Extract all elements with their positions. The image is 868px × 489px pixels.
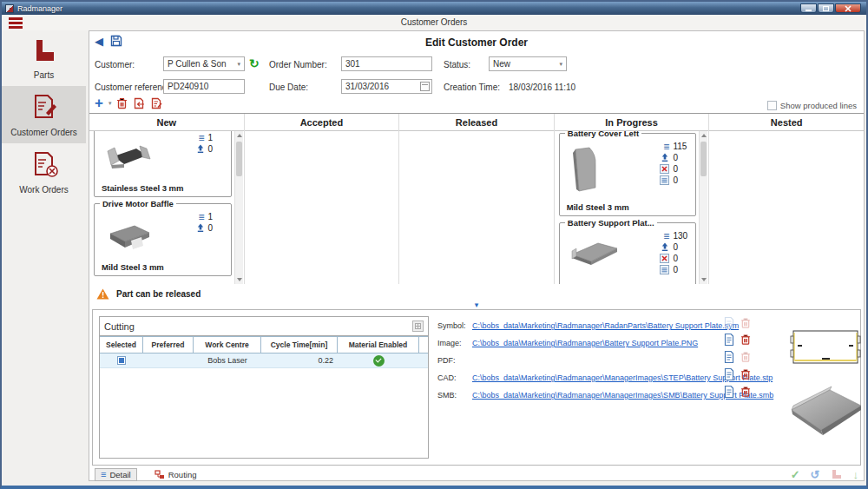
- board-column-released: Released: [399, 114, 555, 284]
- quantity-value: 115: [673, 142, 688, 151]
- sidebar-item-parts[interactable]: Parts: [2, 30, 86, 86]
- work-centre-cell: Bobs Laser: [194, 354, 261, 367]
- tab-detail[interactable]: ≡ Detail: [95, 468, 137, 481]
- file-row-pdf: PDF:: [437, 354, 472, 367]
- minimize-button[interactable]: [800, 3, 817, 13]
- refresh-customer-icon[interactable]: ↻: [249, 57, 260, 69]
- order-line-card[interactable]: Drive Motor Baffle ≡1 0: [94, 203, 232, 276]
- accept-icon[interactable]: ✓: [791, 469, 800, 480]
- download-icon[interactable]: ↓: [853, 469, 859, 480]
- add-line-button[interactable]: +: [95, 97, 103, 109]
- file-delete-icon: [740, 351, 751, 363]
- reject-count-value: 0: [673, 254, 688, 263]
- nested-count-value: 0: [673, 175, 688, 185]
- app-icon: [5, 4, 14, 13]
- file-row-symbol: Symbol: C:\bobs_data\Marketing\Radmanage…: [437, 319, 739, 333]
- column-header-work-centre[interactable]: Work Centre: [194, 336, 261, 353]
- customer-reference-input[interactable]: [163, 79, 245, 94]
- status-select[interactable]: New ▾: [489, 56, 567, 71]
- file-view-icon[interactable]: [724, 386, 734, 398]
- creation-time-label: Creation Time:: [444, 83, 500, 92]
- due-date-label: Due Date:: [269, 83, 308, 92]
- undo-icon[interactable]: ↺: [811, 469, 820, 480]
- part-action-icon[interactable]: [831, 469, 843, 479]
- file-delete-icon[interactable]: [740, 334, 751, 346]
- parts-icon: [30, 38, 59, 63]
- file-view-icon[interactable]: [724, 368, 734, 380]
- column-scrollbar[interactable]: [699, 131, 707, 284]
- reject-icon: [660, 254, 669, 263]
- export-line-icon[interactable]: [133, 97, 145, 109]
- column-header-preferred[interactable]: Preferred: [143, 336, 194, 353]
- file-link[interactable]: C:\bobs_data\Marketing\Radmanager\RadanP…: [472, 321, 739, 330]
- window-title: Radmanager: [17, 4, 800, 13]
- reject-icon: [660, 164, 669, 174]
- file-view-icon[interactable]: [724, 351, 734, 363]
- file-delete-icon[interactable]: [740, 368, 751, 380]
- quantity-value: 1: [208, 212, 224, 221]
- status-value: New: [493, 59, 510, 69]
- detail-panel: Cutting Selected Preferred Work Centre C…: [92, 309, 861, 466]
- customer-orders-icon: [29, 94, 60, 120]
- order-line-card[interactable]: Battery Support Plat... ≡130 0: [559, 222, 697, 284]
- column-header-filler: [419, 336, 428, 353]
- tab-routing[interactable]: Routing: [149, 469, 202, 480]
- upload-icon: [196, 223, 205, 233]
- due-date-input[interactable]: [341, 79, 432, 94]
- chevron-down-icon: ▾: [559, 61, 562, 68]
- chevron-down-icon: ▾: [237, 61, 240, 68]
- column-header-material-enabled[interactable]: Material Enabled: [338, 336, 419, 353]
- creation-time-value: 18/03/2016 11:10: [509, 83, 575, 92]
- table-row[interactable]: Bobs Laser 0.22: [100, 354, 428, 368]
- close-button[interactable]: [835, 3, 861, 13]
- status-label: Status:: [444, 60, 470, 69]
- top-tab-customer-orders: Customer Orders: [2, 17, 866, 27]
- edit-line-icon[interactable]: [150, 97, 162, 109]
- main-panel: ◀ Edit Customer Order Customer: P Cullen…: [89, 30, 865, 481]
- add-line-dropdown-icon[interactable]: ▾: [108, 100, 112, 107]
- column-header: New: [89, 114, 244, 131]
- cutting-table: Cutting Selected Preferred Work Centre C…: [99, 316, 429, 459]
- order-line-card[interactable]: Chassis Base Panel ≡1 0: [94, 131, 232, 197]
- nested-icon: [660, 265, 669, 274]
- upload-icon: [661, 153, 669, 162]
- column-scrollbar[interactable]: [234, 131, 243, 284]
- menu-strip: Customer Orders: [2, 15, 866, 30]
- collapse-panel-icon[interactable]: ▾: [89, 301, 864, 309]
- delete-line-icon[interactable]: [116, 97, 128, 109]
- calendar-icon[interactable]: [420, 82, 430, 91]
- selected-checkbox[interactable]: [117, 356, 126, 365]
- upload-count-value: 0: [208, 144, 224, 154]
- column-header-cycle-time[interactable]: Cycle Time[min]: [261, 336, 338, 353]
- order-number-input[interactable]: [341, 56, 432, 71]
- part-drawing-preview: [787, 326, 864, 369]
- board-column-accepted: Accepted: [245, 114, 400, 284]
- customer-reference-label: Customer reference:: [95, 83, 174, 92]
- card-title: Battery Cover Left: [565, 131, 641, 138]
- part-3d-preview: [783, 381, 868, 451]
- maximize-button[interactable]: [818, 3, 834, 13]
- file-link[interactable]: C:\bobs_data\Marketing\Radmanager\Batter…: [472, 339, 698, 347]
- order-line-card[interactable]: Battery Cover Left ≡115 0: [559, 133, 697, 216]
- column-header: Released: [399, 114, 554, 131]
- sidebar-item-work-orders[interactable]: Work Orders: [2, 143, 86, 201]
- sidebar-item-label: Customer Orders: [3, 128, 84, 137]
- column-header: In Progress: [555, 114, 709, 131]
- part-thumbnail: [567, 235, 621, 275]
- upload-count-value: 0: [673, 242, 688, 252]
- cycle-time-cell: 0.22: [261, 354, 338, 367]
- column-header-selected[interactable]: Selected: [100, 336, 143, 353]
- card-material: Mild Steel 3 mm: [567, 202, 629, 212]
- file-delete-icon: [740, 317, 751, 329]
- sidebar-item-customer-orders[interactable]: Customer Orders: [2, 86, 86, 143]
- warning-text: Part can be released: [116, 289, 201, 299]
- file-view-icon[interactable]: [724, 334, 734, 346]
- nested-count-value: 0: [673, 265, 688, 274]
- quantity-icon: ≡: [199, 134, 205, 142]
- quantity-icon: ≡: [663, 232, 669, 241]
- grid-export-icon[interactable]: [412, 320, 424, 332]
- part-thumbnail: [102, 137, 155, 175]
- show-produced-lines-checkbox[interactable]: [767, 101, 777, 110]
- customer-select[interactable]: P Cullen & Son ▾: [163, 56, 245, 71]
- file-delete-icon[interactable]: [740, 386, 751, 398]
